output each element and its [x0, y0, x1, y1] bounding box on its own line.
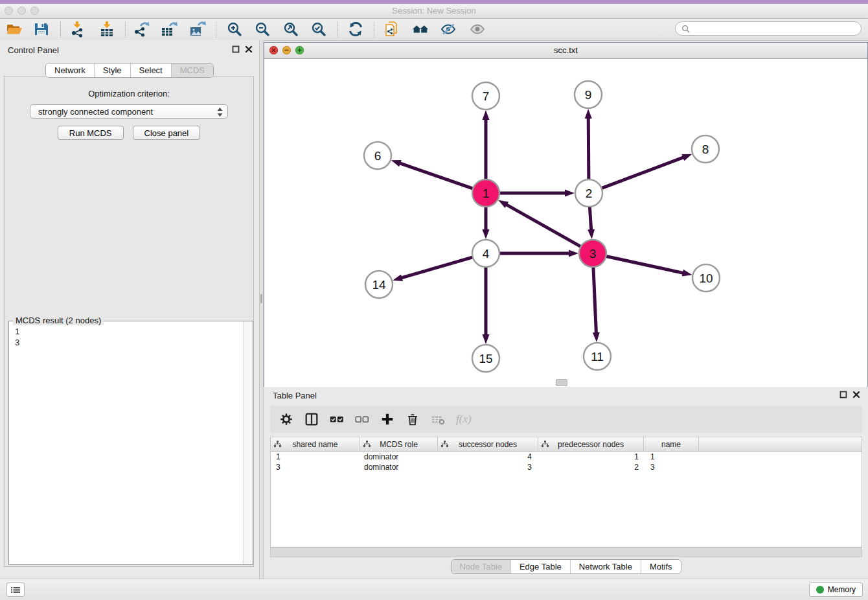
memory-button[interactable]: Memory [809, 583, 863, 597]
table-cell: 1 [271, 452, 360, 461]
search-input[interactable] [694, 23, 855, 34]
export-image-button[interactable] [187, 19, 209, 39]
zoom-fit-button[interactable] [280, 19, 302, 39]
control-panel: Control Panel Network Style Select MCDS … [0, 40, 259, 579]
graph-edge-arrow [483, 334, 490, 344]
toolbar-divider [216, 21, 216, 38]
open-session-button[interactable] [3, 19, 25, 39]
tab-network[interactable]: Network [46, 63, 94, 77]
network-graph[interactable]: 1234678910111415 [264, 59, 867, 387]
graph-edge-arrow [565, 190, 575, 197]
table-cell: dominator [360, 452, 438, 461]
import-table-button[interactable] [96, 19, 118, 39]
export-network-button[interactable] [130, 19, 152, 39]
checked-boxes-icon [329, 411, 345, 427]
search-box[interactable] [675, 21, 862, 36]
zoom-selected-button[interactable] [308, 19, 330, 39]
deselect-all-columns-button[interactable] [354, 411, 371, 428]
graph-node-label: 2 [586, 187, 593, 200]
panel-splitter[interactable] [259, 40, 264, 579]
close-panel-icon[interactable] [245, 45, 253, 53]
column-header-successor-nodes[interactable]: successor nodes [438, 437, 538, 451]
import-network-button[interactable] [66, 19, 88, 39]
network-canvas[interactable]: 1234678910111415 [264, 59, 867, 387]
tab-mcds[interactable]: MCDS [171, 63, 213, 77]
tab-motifs[interactable]: Motifs [641, 560, 681, 573]
column-header-mcds-role[interactable]: MCDS role [360, 437, 438, 451]
delete-table-button[interactable] [429, 411, 446, 428]
table-cell: dominator [360, 463, 438, 472]
import-network-icon [69, 21, 86, 38]
tab-edge-table[interactable]: Edge Table [510, 560, 570, 573]
graph-edge[interactable] [401, 257, 474, 279]
graph-node-label: 3 [589, 247, 597, 260]
hide-panel-button[interactable] [437, 19, 459, 39]
export-table-button[interactable] [158, 19, 180, 39]
close-table-panel-icon[interactable] [852, 391, 860, 398]
close-panel-button[interactable]: Close panel [133, 126, 201, 140]
column-header-shared-name[interactable]: shared name [271, 437, 360, 451]
refresh-button[interactable] [345, 19, 367, 39]
optimization-criterion-label: Optimization criterion: [5, 89, 253, 98]
show-panel-button[interactable] [466, 19, 488, 39]
table-cell: 3 [271, 463, 360, 472]
graph-edge[interactable] [589, 206, 591, 231]
maximize-view-button[interactable] [295, 46, 304, 54]
tab-style[interactable]: Style [94, 63, 130, 77]
zoom-out-button[interactable] [251, 19, 273, 39]
save-session-button[interactable] [30, 19, 52, 39]
task-history-button[interactable] [6, 583, 25, 597]
table-row[interactable]: 1dominator411 [271, 452, 862, 462]
tab-node-table[interactable]: Node Table [451, 560, 510, 573]
main-toolbar [0, 19, 868, 41]
home-icon [412, 21, 429, 38]
graph-edge[interactable] [593, 266, 597, 334]
float-panel-icon[interactable] [232, 45, 240, 53]
show-columns-button[interactable] [303, 411, 320, 428]
result-scrollbar[interactable] [243, 321, 253, 564]
add-column-button[interactable] [379, 411, 396, 428]
network-view-window: scc.txt 1234678910111415 [264, 42, 868, 387]
close-view-button[interactable] [269, 46, 278, 54]
zoom-in-button[interactable] [223, 19, 246, 39]
select-all-columns-button[interactable] [328, 411, 345, 428]
float-table-panel-icon[interactable] [839, 391, 847, 398]
graph-node-label: 11 [591, 350, 604, 363]
graph-edge[interactable] [505, 204, 581, 247]
graph-node-label: 15 [479, 352, 492, 365]
document-share-button[interactable] [381, 19, 403, 39]
canvas-horizontal-scrollbar[interactable] [556, 379, 567, 386]
column-header-predecessor-nodes[interactable]: predecessor nodes [538, 437, 644, 451]
graph-edge-arrow [393, 274, 403, 281]
graph-edge-arrow [681, 154, 692, 161]
run-mcds-button[interactable]: Run MCDS [58, 126, 124, 140]
delete-column-button[interactable] [404, 411, 421, 428]
mcds-result-title: MCDS result (2 nodes) [13, 316, 104, 325]
function-builder-button[interactable]: f(x) [455, 413, 473, 426]
column-header-name[interactable]: name [644, 437, 699, 451]
optimization-criterion-select[interactable]: strongly connected component [30, 104, 228, 119]
table-settings-button[interactable] [278, 411, 295, 428]
mcds-result-text: 1 3 [15, 326, 247, 348]
columns-icon [304, 411, 319, 427]
toolbar-divider [374, 21, 374, 38]
graph-edge[interactable] [399, 163, 474, 189]
graph-edge[interactable] [601, 157, 685, 189]
minimize-view-button[interactable] [282, 46, 291, 54]
table-horizontal-scrollbar[interactable] [270, 548, 862, 557]
table-rows: 1dominator4113dominator323 [271, 452, 862, 472]
tab-select[interactable]: Select [130, 63, 171, 77]
tab-network-table[interactable]: Network Table [570, 560, 641, 573]
delete-table-icon [430, 411, 446, 427]
graph-edge[interactable] [606, 256, 684, 273]
table-cell: 1 [538, 452, 644, 461]
graph-edge[interactable] [588, 117, 589, 180]
graph-edge-arrow [569, 250, 578, 257]
graph-edge-arrow [585, 109, 592, 119]
home-button[interactable] [409, 19, 431, 39]
network-window-controls [269, 46, 304, 54]
graph-node-label: 8 [702, 143, 709, 156]
zoom-fit-icon [282, 21, 299, 38]
table-header-filler [699, 437, 862, 451]
table-row[interactable]: 3dominator323 [271, 462, 862, 472]
